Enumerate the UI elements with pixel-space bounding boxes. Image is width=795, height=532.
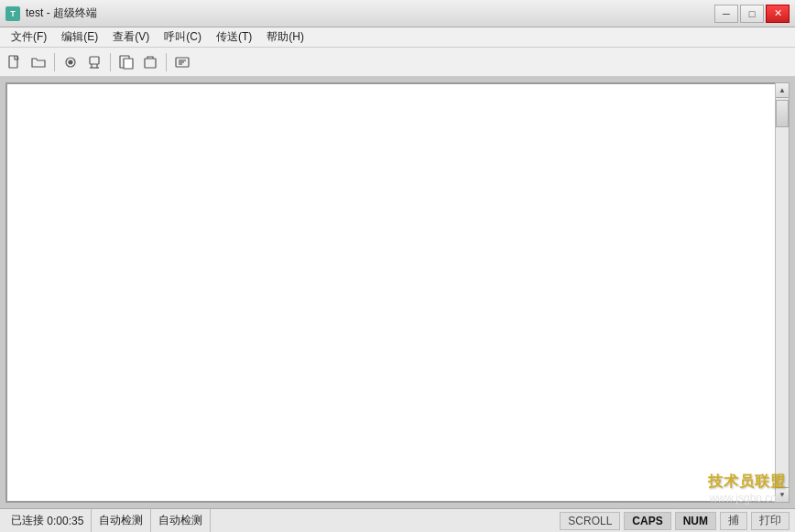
svg-rect-4: [90, 57, 99, 64]
title-text: test - 超级终端: [26, 5, 97, 21]
toolbar-separator-1: [54, 53, 55, 71]
auto-detect-1: 自动检测: [92, 509, 151, 532]
title-bar: T test - 超级终端 ─ □ ✕: [0, 0, 795, 27]
main-area: ▲ ▼: [0, 77, 795, 508]
toolbar-btn-4[interactable]: [83, 51, 105, 73]
toolbar-btn-6[interactable]: [139, 51, 161, 73]
toolbar-separator-3: [166, 53, 167, 71]
title-bar-left: T test - 超级终端: [5, 5, 97, 21]
maximize-button[interactable]: □: [740, 5, 764, 23]
watermark: 技术员联盟 www.jsgho.com: [708, 472, 786, 505]
menu-help[interactable]: 帮助(H): [259, 27, 311, 47]
menu-file[interactable]: 文件(F): [4, 27, 54, 47]
terminal-area[interactable]: [5, 82, 775, 503]
auto-detect-2: 自动检测: [151, 509, 211, 532]
close-button[interactable]: ✕: [766, 5, 790, 23]
menu-edit[interactable]: 编辑(E): [54, 27, 105, 47]
new-file-button[interactable]: [4, 51, 26, 73]
watermark-bottom-text: www.jsgho.com: [708, 492, 786, 505]
menu-call[interactable]: 呼叫(C): [157, 27, 209, 47]
menu-bar: 文件(F) 编辑(E) 查看(V) 呼叫(C) 传送(T) 帮助(H): [0, 27, 795, 48]
watermark-top-text: 技术员联盟: [708, 472, 786, 492]
scroll-up-button[interactable]: ▲: [776, 83, 789, 98]
num-badge: NUM: [675, 512, 716, 530]
scrollbar[interactable]: ▲ ▼: [775, 82, 790, 503]
connection-status: 已连接 0:00:35: [4, 509, 92, 532]
capture-badge: 捕: [720, 512, 747, 530]
window-controls: ─ □ ✕: [714, 5, 790, 23]
toolbar-separator-2: [110, 53, 111, 71]
menu-view[interactable]: 查看(V): [105, 27, 157, 47]
scroll-badge: SCROLL: [560, 512, 620, 530]
menu-transfer[interactable]: 传送(T): [209, 27, 259, 47]
svg-rect-10: [145, 59, 156, 68]
svg-rect-0: [9, 56, 17, 68]
app-icon: T: [5, 6, 20, 21]
toolbar-btn-7[interactable]: [171, 51, 193, 73]
status-bar: 已连接 0:00:35 自动检测 自动检测 SCROLL CAPS NUM 捕 …: [0, 508, 795, 532]
caps-badge: CAPS: [624, 512, 670, 530]
svg-rect-9: [124, 59, 133, 69]
toolbar-btn-5[interactable]: [115, 51, 137, 73]
toolbar: [0, 48, 795, 77]
toolbar-btn-3[interactable]: [60, 51, 82, 73]
minimize-button[interactable]: ─: [714, 5, 738, 23]
svg-point-3: [69, 60, 72, 64]
open-file-button[interactable]: [27, 51, 49, 73]
print-badge: 打印: [751, 512, 790, 530]
scrollbar-thumb[interactable]: [776, 100, 789, 127]
